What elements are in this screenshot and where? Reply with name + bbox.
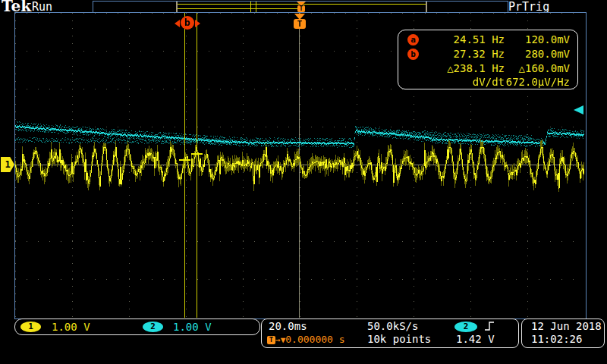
cursor-a-badge: a bbox=[407, 34, 419, 46]
sample-rate-value: 50.0kS/s bbox=[367, 320, 418, 332]
trigger-level-arrow-icon[interactable] bbox=[574, 105, 583, 115]
timebase-value: 20.0ms bbox=[269, 320, 307, 332]
datetime-box: 12 Jun 2018 11:02:26 bbox=[521, 318, 605, 348]
cursor-readout-box: a 24.51 Hz 120.0mV b 27.32 Hz 280.0mV △2… bbox=[398, 30, 578, 89]
trigger-source-badge[interactable]: 2 bbox=[454, 322, 477, 332]
rising-edge-icon bbox=[484, 321, 495, 332]
cursor-b-voltage: 280.0mV bbox=[525, 47, 570, 61]
trigger-t-icon: T bbox=[297, 5, 305, 12]
cursor-line-b[interactable] bbox=[184, 13, 185, 318]
trigger-t-icon: T bbox=[267, 336, 275, 344]
time-value: 11:02:26 bbox=[531, 333, 582, 345]
cursor-delta-voltage: △160.0mV bbox=[519, 61, 570, 76]
arrow-right-icon: → bbox=[275, 335, 281, 345]
channel2-badge[interactable]: 2 bbox=[143, 322, 163, 332]
record-view-trigger-marker: T bbox=[296, 2, 307, 12]
trigger-level-value: 1.42 V bbox=[456, 333, 495, 345]
trigger-time-readout: T→▼0.000000 s bbox=[267, 334, 345, 344]
cursor-b-right-arrow-icon bbox=[195, 20, 200, 27]
record-view-cursor-b bbox=[256, 2, 256, 12]
cursor-b-frequency: 27.32 Hz bbox=[421, 47, 505, 61]
cursor-a-frequency: 24.51 Hz bbox=[421, 33, 505, 47]
dvdt-label: dV/dt bbox=[421, 75, 505, 89]
record-view-bar: T bbox=[93, 1, 508, 13]
record-view-cursor-a bbox=[250, 2, 251, 12]
cursor-a-level-tick bbox=[191, 153, 203, 155]
dvdt-value: 672.0µV/Hz bbox=[506, 75, 570, 89]
cursor-b-level-tick bbox=[179, 159, 190, 161]
trigger-time-value: 0.000000 s bbox=[285, 334, 344, 345]
channel1-position-marker[interactable]: 1 bbox=[1, 157, 14, 172]
trigger-position-marker[interactable]: T bbox=[294, 14, 307, 30]
cursor-b-badge: b bbox=[407, 49, 419, 60]
cursor-delta-frequency: △238.1 Hz bbox=[421, 61, 505, 76]
cursor-line-a[interactable] bbox=[197, 13, 197, 318]
date-value: 12 Jun 2018 bbox=[531, 320, 602, 332]
cursor-b-handle[interactable]: b bbox=[181, 16, 194, 30]
channel2-scale: 1.00 V bbox=[173, 321, 212, 333]
oscilloscope-screen: Tek Run PrTrig T b T 1 a 24.51 Hz 1 bbox=[0, 0, 607, 364]
record-length-value: 10k points bbox=[367, 333, 431, 345]
channel-scale-box: 1 1.00 V 2 1.00 V bbox=[14, 318, 260, 335]
trigger-t-icon: T bbox=[294, 19, 306, 29]
record-window-line bbox=[178, 8, 301, 9]
horizontal-trigger-box: 20.0ms 50.0kS/s 2 T→▼0.000000 s 10k poin… bbox=[261, 318, 519, 348]
channel1-scale: 1.00 V bbox=[52, 321, 90, 333]
cursor-a-voltage: 120.0mV bbox=[525, 33, 570, 47]
cursor-b-left-arrow-icon bbox=[175, 20, 180, 27]
record-window-bracket-right bbox=[426, 2, 427, 12]
channel1-badge[interactable]: 1 bbox=[20, 322, 41, 332]
